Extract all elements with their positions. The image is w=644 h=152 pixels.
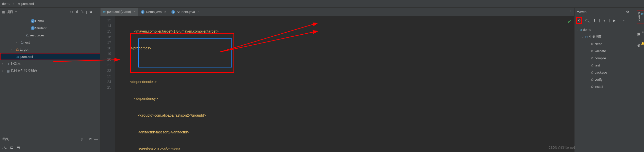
expand-all-icon[interactable]: ⇵ — [76, 10, 78, 14]
close-icon[interactable]: × — [198, 10, 200, 14]
chevron-down-icon[interactable]: ⌄ — [581, 35, 585, 38]
tree-scratches[interactable]: ›▤临时文件和控制台 — [0, 67, 100, 74]
tab-demo[interactable]: CDemo.java× — [138, 8, 169, 16]
maven-goal-test[interactable]: ✿ test — [575, 62, 637, 69]
database-icon: ≡ — [642, 30, 644, 34]
folder-gear-icon: 🗀 — [585, 35, 588, 39]
divider-icon: | — [86, 10, 87, 14]
maven-file-icon: m — [17, 54, 19, 58]
tree-folder-resources[interactable]: 🗀resources — [0, 32, 100, 39]
more-icon[interactable]: » — [623, 19, 624, 22]
class-icon: C — [31, 19, 35, 23]
breadcrumb-sep: 〉 — [12, 2, 16, 6]
divider-icon: | — [619, 19, 620, 22]
refresh-icon[interactable]: ⟲ — [576, 17, 582, 24]
tab-student[interactable]: CStudent.java× — [169, 8, 202, 16]
java-class-icon: C — [141, 10, 144, 14]
add-icon[interactable]: ＋ — [603, 18, 606, 23]
breadcrumb-file[interactable]: pom.xml — [21, 2, 34, 6]
group-icon[interactable]: ⬓ — [10, 146, 13, 149]
folder-icon: 🗀 — [25, 33, 30, 37]
maven-file-icon: m — [103, 10, 106, 14]
breadcrumb-project[interactable]: demo — [2, 2, 10, 6]
maven-icon: m — [641, 12, 643, 16]
structure-title[interactable]: 结构 — [3, 137, 9, 141]
sidebar-maven[interactable]: mMaven — [636, 10, 644, 23]
tree-class-student[interactable]: CStudent — [0, 24, 100, 32]
maven-toolbar: ⟲ 🗀G ⬇ | ＋ | ▶ | » — [575, 16, 637, 25]
breadcrumb[interactable]: demo 〉 m pom.xml — [2, 2, 34, 6]
chevron-down-icon[interactable]: ⌄ — [576, 28, 580, 31]
gear-icon: ✿ — [591, 63, 594, 67]
maven-icon: m — [580, 28, 582, 31]
generate-sources-icon[interactable]: 🗀G — [585, 18, 590, 23]
bell-icon: 🔔 — [641, 42, 644, 45]
maven-goal-clean[interactable]: ✿ clean — [575, 40, 637, 47]
sidebar-database[interactable]: ≡数据库 — [636, 29, 644, 35]
gear-icon: ✿ — [591, 71, 594, 74]
maven-lifecycle-node[interactable]: ⌄🗀 生命周期 — [575, 33, 637, 40]
download-icon[interactable]: ⬇ — [593, 19, 596, 22]
gear-icon: ✿ — [591, 42, 594, 46]
maven-goal-install[interactable]: ✿ install — [575, 83, 637, 90]
library-icon: ⊪ — [6, 62, 11, 66]
divider-icon: | — [86, 137, 86, 141]
sidebar-notifications[interactable]: 🔔通知 — [636, 40, 644, 47]
project-panel: ▦ 项目 ▼ ⊙ ⇵ ⇅ | ✿ — CDemo CStudent 🗀resou… — [0, 8, 100, 152]
maven-goal-compile[interactable]: ✿ compile — [575, 54, 637, 62]
chevron-right-icon[interactable]: › — [11, 48, 15, 51]
folder-icon: 🗀 — [19, 40, 24, 44]
gutter: 131415 161718 192021 222324 25 — [100, 16, 115, 152]
chevron-right-icon[interactable]: › — [2, 70, 6, 72]
code-area[interactable]: 131415 161718 192021 222324 25 <maven.co… — [100, 16, 574, 152]
tab-pom[interactable]: mpom.xml (demo)× — [100, 8, 138, 16]
code-content[interactable]: <maven.compiler.target>1.8</maven.compil… — [115, 16, 218, 152]
sort-alpha-icon[interactable]: ↓ᵃz — [2, 146, 7, 149]
scratch-icon: ▤ — [6, 69, 11, 73]
project-view-icon[interactable]: ▦ — [2, 10, 5, 14]
chevron-right-icon[interactable]: › — [2, 62, 6, 65]
gear-icon: ✿ — [591, 78, 594, 81]
maven-title: Maven — [577, 10, 587, 14]
gear-icon: ✿ — [591, 85, 594, 89]
editor: mpom.xml (demo)× CDemo.java× CStudent.ja… — [100, 8, 574, 152]
tree-external-libs[interactable]: ›⊪外部库 — [0, 60, 100, 67]
divider-icon: | — [599, 19, 600, 22]
settings-icon[interactable]: ✿ — [90, 10, 92, 14]
hide-icon[interactable]: — — [632, 10, 635, 14]
project-panel-title[interactable]: 项目 — [7, 10, 13, 14]
check-icon[interactable]: ✔ — [567, 19, 571, 24]
select-opened-icon[interactable]: ⊙ — [70, 10, 73, 14]
maven-goal-verify[interactable]: ✿ verify — [575, 76, 637, 83]
settings-icon[interactable]: ✿ — [626, 10, 629, 14]
gear-icon: ✿ — [591, 56, 594, 60]
divider-icon: | — [609, 19, 610, 22]
tree-class-demo[interactable]: CDemo — [0, 17, 100, 24]
tab-menu-icon[interactable]: ⋮ — [568, 10, 572, 13]
settings-icon[interactable]: ✿ — [89, 137, 92, 141]
chevron-right-icon[interactable]: › — [16, 41, 19, 44]
tree-file-pom[interactable]: mpom.xml — [0, 53, 100, 60]
tree-folder-target[interactable]: ›🗀target — [0, 46, 100, 53]
right-sidebar: mMaven ≡数据库 🔔通知 — [637, 8, 644, 152]
expand-icon[interactable]: ⇵ — [80, 137, 83, 141]
class-icon: C — [31, 26, 35, 30]
maven-goal-package[interactable]: ✿ package — [575, 69, 637, 76]
show-icon[interactable]: ⬒ — [17, 146, 20, 149]
close-icon[interactable]: × — [134, 10, 136, 13]
project-tree: CDemo CStudent 🗀resources ›🗀test ›🗀targe… — [0, 16, 100, 75]
maven-panel: Maven ✿ — ⟲ 🗀G ⬇ | ＋ | ▶ | » ⌄m demo ⌄🗀 … — [574, 8, 637, 152]
collapse-all-icon[interactable]: ⇅ — [81, 10, 84, 14]
editor-tabs: mpom.xml (demo)× CDemo.java× CStudent.ja… — [100, 8, 574, 16]
hide-icon[interactable]: — — [95, 10, 98, 14]
project-panel-header: ▦ 项目 ▼ ⊙ ⇵ ⇅ | ✿ — — [0, 8, 100, 16]
tree-folder-test[interactable]: ›🗀test — [0, 39, 100, 46]
run-icon[interactable]: ▶ — [613, 19, 616, 22]
close-icon[interactable]: × — [164, 10, 166, 14]
maven-file-icon: m — [18, 2, 20, 6]
structure-panel: 结构 ⇵ | ✿ — ↓ᵃz ⬓ ⬒ — [0, 135, 100, 152]
maven-goal-validate[interactable]: ✿ validate — [575, 47, 637, 54]
dropdown-icon[interactable]: ▼ — [15, 10, 17, 13]
hide-icon[interactable]: — — [94, 137, 98, 141]
maven-project-node[interactable]: ⌄m demo — [575, 26, 637, 33]
